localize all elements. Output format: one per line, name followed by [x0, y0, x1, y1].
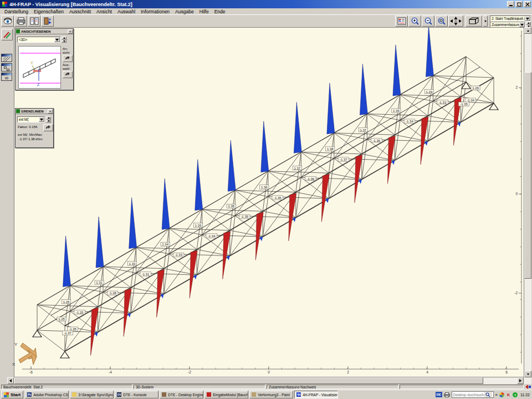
loadcase-combo[interactable]: 2: Stahl Tragfähigkeit (Th. 2. O	[490, 16, 531, 22]
scroll-down-button[interactable]	[524, 371, 531, 377]
taskbar-task[interactable]: PsAdobe Photoshop CS3 E...	[25, 391, 69, 398]
taskbar-task[interactable]: DTE - Desktop Engineeri...	[160, 391, 203, 398]
legend-button[interactable]	[395, 16, 408, 27]
result-component-combo[interactable]: ext Mζ	[17, 116, 45, 122]
scroll-right-button[interactable]	[517, 377, 524, 384]
menu-item-ende[interactable]: Ende	[212, 9, 228, 14]
grenzlinien-panel-titlebar[interactable]: GRENZLINIEN ×	[16, 109, 53, 114]
status-section-0: Bauchveerendeltr. Stat.2	[1, 385, 132, 389]
chord-moment-mark	[293, 218, 296, 222]
truss-structure	[33, 27, 498, 358]
draw-pen-button[interactable]	[1, 29, 13, 40]
app-icon	[2, 2, 7, 7]
moment-value-label: -1.31	[140, 272, 151, 277]
moment-envelope-positive	[327, 83, 335, 134]
eingabe-icon	[207, 392, 211, 397]
taskbar-clock: 11:22	[519, 393, 531, 397]
spin-down-button[interactable]	[46, 120, 51, 123]
view-combo[interactable]: <3D>	[17, 37, 60, 43]
maximize-button[interactable]	[515, 1, 523, 7]
menu-item-informationen[interactable]: Informationen	[138, 9, 172, 14]
taskbar-task[interactable]: 4H4H-FRAP - Visualisier...	[294, 391, 338, 398]
menu-item-ansicht[interactable]: Ansicht	[94, 9, 115, 14]
tray-chevron[interactable]: «	[495, 392, 498, 397]
horizontal-scrollbar[interactable]	[7, 377, 531, 384]
taskbar-task[interactable]: 3:\Seagate Sync\SyncRe...	[70, 391, 114, 398]
system-tray: DE « K ● 11:22	[436, 391, 531, 398]
moment-value-label: -1.28	[107, 291, 118, 295]
grenzlinien-close-button[interactable]: ×	[48, 109, 53, 114]
ansicht-refresh-button[interactable]	[63, 55, 73, 62]
start-label: Start	[11, 392, 21, 397]
scroll-up-button[interactable]	[524, 27, 531, 34]
menu-item-darstellung[interactable]: Darstellung	[2, 9, 31, 14]
zoom-out-button[interactable]	[422, 16, 434, 27]
desktop-search-input[interactable]	[452, 393, 484, 397]
moment-value-label: 1.29	[424, 89, 433, 94]
chord-moment-mark	[227, 256, 230, 260]
loadcase-dropdown-arrow[interactable]	[525, 16, 530, 21]
print-button[interactable]	[14, 16, 27, 27]
pan-down-icon	[454, 23, 458, 25]
mini-palette-3d[interactable]: 3D	[1, 73, 12, 81]
menu-item-eigenschaften[interactable]: Eigenschaften	[31, 9, 66, 14]
svg-text:1.25: 1.25	[63, 300, 70, 304]
view-3d-dropdown[interactable]	[483, 16, 488, 27]
minimize-button[interactable]	[507, 1, 514, 7]
result-component-arrow[interactable]	[39, 117, 44, 122]
search-magnifier-button[interactable]	[484, 392, 492, 397]
zoom-in-button[interactable]	[408, 16, 421, 27]
ansicht-close-button[interactable]: ×	[68, 29, 73, 34]
tray-windows-icon[interactable]	[499, 392, 504, 397]
taskbar-task[interactable]: EingabeModul [Bauchvee...	[204, 391, 248, 398]
faktor-refresh-button[interactable]	[43, 124, 53, 131]
auswahl-refresh-button[interactable]	[63, 71, 73, 78]
moment-envelope-positive	[63, 236, 71, 287]
tray-printer-icon[interactable]	[444, 392, 450, 397]
exit-button[interactable]	[41, 16, 54, 27]
frap-icon: 4H	[296, 392, 301, 397]
chord-moment-mark	[193, 275, 197, 279]
taskbar-task[interactable]: Verformung3 - Paint	[249, 391, 293, 398]
menu-item-ausgabe[interactable]: Ausgabe	[172, 9, 197, 14]
minmax-label-2: -1.37/ 1.38 kNm	[19, 137, 43, 141]
svg-text:-1.37: -1.37	[340, 158, 347, 161]
view-preview[interactable]: Y Z	[18, 46, 61, 89]
resultview-combo-value: Zusammenfassung	[490, 23, 519, 27]
dte-icon	[162, 392, 166, 397]
hscroll-thumb[interactable]	[14, 377, 483, 384]
mini-palette-hatch[interactable]	[1, 54, 12, 62]
moment-value-label: -1.36	[272, 196, 283, 200]
moment-value-label: -1.34	[404, 119, 415, 124]
scroll-left-button[interactable]	[7, 377, 14, 384]
chord-moment-mark	[95, 332, 98, 337]
vscroll-thumb[interactable]	[524, 72, 531, 279]
close-button[interactable]	[524, 1, 531, 7]
ansicht-panel-titlebar[interactable]: ANSICHT/EBENEN ×	[16, 29, 73, 34]
tray-status-icon[interactable]: ●	[513, 392, 518, 397]
zoom-window-button[interactable]	[435, 16, 448, 27]
menu-item-auswahl[interactable]: Auswahl	[115, 9, 138, 14]
auswahl-label: Aus-wahl	[63, 63, 74, 70]
view-3d-button[interactable]	[466, 16, 482, 27]
resultview-dropdown-arrow[interactable]	[519, 22, 525, 27]
tray-antivirus-icon[interactable]: K	[506, 392, 511, 397]
keyboard-layout-badge[interactable]: DE	[436, 392, 442, 397]
taskbar-task[interactable]: DSDTE - Konsole	[115, 391, 158, 398]
svg-text:-1.28: -1.28	[109, 291, 116, 295]
desktop-search[interactable]	[452, 391, 494, 398]
pages-button[interactable]	[28, 16, 40, 27]
mini-palette-grid[interactable]	[1, 63, 12, 71]
support-icon	[462, 82, 470, 89]
svg-text:1.25: 1.25	[58, 318, 65, 321]
ruler-tick-label: 2	[515, 85, 518, 89]
menu-item-hilfe[interactable]: Hilfe	[197, 9, 212, 14]
start-button[interactable]: Start	[1, 391, 23, 398]
paint-icon	[252, 392, 256, 397]
svg-text:-1.35: -1.35	[241, 215, 248, 218]
view-combo-arrow[interactable]	[54, 37, 60, 42]
view-eye-button[interactable]	[1, 16, 14, 27]
menu-item-ausschnitt[interactable]: Ausschnitt	[66, 9, 94, 14]
spin-down-button[interactable]	[62, 40, 66, 43]
vertical-scrollbar[interactable]	[524, 27, 531, 377]
